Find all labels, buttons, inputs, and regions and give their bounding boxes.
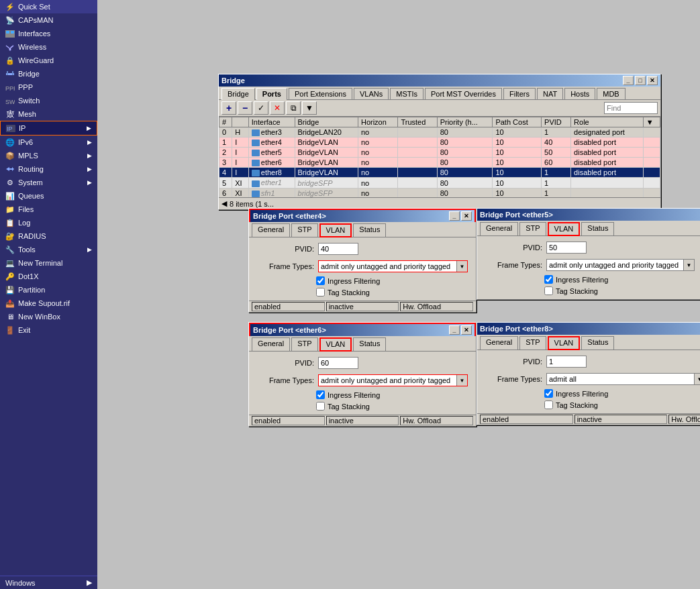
table-row[interactable]: 4 I ether8 BridgeVLAN no 80 10 1 disable…	[219, 168, 660, 178]
bridge-tab-bar: Bridge Ports Port Extensions VLANs MSTIs…	[219, 87, 660, 100]
sidebar-item-log[interactable]: 📋 Log	[0, 216, 97, 229]
ether5-tab-stp[interactable]: STP	[519, 222, 546, 235]
ether4-status-inactive: inactive	[326, 302, 399, 311]
ether5-pvid-input[interactable]	[546, 242, 587, 254]
filter-btn[interactable]: ▼	[302, 101, 317, 115]
ether6-tab-status[interactable]: Status	[353, 337, 386, 351]
ether8-frame-types-arrow[interactable]: ▼	[694, 374, 700, 384]
table-row[interactable]: 0 H ether3 BridgeLAN20 no 80 10 1 design…	[219, 127, 660, 138]
ether4-minimize-btn[interactable]: _	[449, 211, 460, 221]
sidebar-item-switch[interactable]: SW Switch	[0, 94, 97, 107]
sidebar-item-wireguard[interactable]: 🔒 WireGuard	[0, 54, 97, 67]
sidebar-item-mesh[interactable]: 🕸 Mesh	[0, 107, 97, 121]
bridge-maximize-btn[interactable]: □	[635, 76, 646, 85]
ether4-tab-stp[interactable]: STP	[291, 223, 317, 237]
ether8-ingress-checkbox[interactable]	[544, 389, 553, 398]
sidebar-item-capsman[interactable]: 📡 CAPsMAN	[0, 13, 97, 27]
bridge-minimize-btn[interactable]: _	[623, 76, 634, 85]
sidebar-item-ipv6[interactable]: 🌐 IPv6 ▶	[0, 136, 97, 149]
cancel-edit-btn[interactable]: ✕	[270, 101, 285, 115]
ether6-pvid-input[interactable]	[318, 357, 358, 369]
tab-vlans[interactable]: VLANs	[354, 88, 389, 99]
ether8-tab-status[interactable]: Status	[581, 336, 614, 350]
find-input[interactable]	[604, 102, 658, 114]
tab-bridge[interactable]: Bridge	[221, 88, 255, 100]
table-row[interactable]: 2 I ether5 BridgeVLAN no 80 10 50 disabl…	[219, 148, 660, 158]
ether8-tag-stacking-checkbox[interactable]	[544, 400, 553, 409]
ether6-tag-stacking-checkbox[interactable]	[316, 402, 325, 411]
sidebar-item-system[interactable]: ⚙ System ▶	[0, 176, 97, 189]
ether4-frame-types-select[interactable]: admit only untagged and priority tagged …	[318, 260, 468, 272]
ether4-tag-stacking-checkbox[interactable]	[316, 288, 325, 297]
ether4-close-btn[interactable]: ✕	[461, 211, 472, 221]
ether4-ingress-checkbox[interactable]	[316, 276, 325, 285]
tab-port-mst-overrides[interactable]: Port MST Overrides	[425, 88, 502, 99]
sidebar-item-quick-set[interactable]: ⚡ Quick Set	[0, 0, 97, 13]
sidebar-item-wireless[interactable]: Wireless	[0, 40, 97, 54]
sidebar-item-partition[interactable]: 💾 Partition	[0, 283, 97, 297]
ether6-tab-general[interactable]: General	[252, 337, 290, 351]
ether4-tab-vlan[interactable]: VLAN	[319, 223, 352, 237]
ether8-tab-general[interactable]: General	[480, 336, 518, 350]
tab-mstis[interactable]: MSTIs	[390, 88, 423, 99]
ether8-frame-types-select[interactable]: admit all ▼	[546, 373, 700, 385]
ether5-ingress-checkbox[interactable]	[544, 275, 553, 284]
ether4-ingress-row: Ingress Filtering	[252, 275, 473, 286]
tab-nat[interactable]: NAT	[537, 88, 563, 99]
sidebar-item-exit[interactable]: 🚪 Exit	[0, 323, 97, 337]
sidebar-item-new-terminal[interactable]: 💻 New Terminal	[0, 256, 97, 270]
sidebar-item-queues[interactable]: 📊 Queues	[0, 189, 97, 203]
ether5-frame-types-arrow[interactable]: ▼	[683, 260, 694, 270]
table-row[interactable]: 5 XI ether1 bridgeSFP no 80 10 1	[219, 178, 660, 188]
ether4-frame-types-arrow[interactable]: ▼	[456, 261, 467, 272]
ether5-tab-vlan[interactable]: VLAN	[548, 222, 581, 236]
remove-btn[interactable]: −	[238, 101, 252, 115]
ether5-tab-status[interactable]: Status	[581, 222, 614, 235]
sidebar-item-make-supout[interactable]: 📤 Make Supout.rif	[0, 297, 97, 310]
ether5-tab-general[interactable]: General	[480, 222, 518, 235]
sidebar-item-ip[interactable]: IP IP ▶	[0, 121, 97, 136]
sidebar-item-dot1x[interactable]: 🔑 Dot1X	[0, 270, 97, 283]
tab-ports[interactable]: Ports	[256, 88, 287, 100]
sidebar-item-interfaces[interactable]: Interfaces	[0, 27, 97, 40]
ether5-tag-stacking-checkbox[interactable]	[544, 286, 553, 295]
ether8-pvid-input[interactable]	[546, 356, 587, 368]
table-row[interactable]: 3 I ether6 BridgeVLAN no 80 10 60 disabl…	[219, 158, 660, 168]
ether4-pvid-input[interactable]	[318, 243, 358, 255]
ether6-minimize-btn[interactable]: _	[449, 325, 460, 335]
add-btn[interactable]: +	[221, 101, 236, 115]
sidebar-item-bridge[interactable]: Bridge	[0, 67, 97, 81]
sidebar-item-files[interactable]: 📁 Files	[0, 203, 97, 216]
bridge-close-btn[interactable]: ✕	[647, 76, 658, 85]
ether6-frame-types-arrow[interactable]: ▼	[456, 375, 467, 386]
sidebar-item-windows[interactable]: Windows ▶	[0, 576, 97, 589]
ether6-ingress-checkbox[interactable]	[316, 390, 325, 399]
ether5-frame-types-select[interactable]: admit only untagged and priority tagged …	[546, 259, 695, 271]
tab-hosts[interactable]: Hosts	[564, 88, 595, 99]
sidebar-item-tools[interactable]: 🔧 Tools ▶	[0, 243, 97, 256]
ether6-tab-stp[interactable]: STP	[291, 337, 317, 351]
ether6-frame-types-select[interactable]: admit only untagged and priority tagged …	[318, 374, 468, 386]
ether8-tab-stp[interactable]: STP	[519, 336, 546, 350]
bridge-table-scroll[interactable]: # Interface Bridge Horizon Trusted Prior…	[219, 117, 660, 197]
ether4-tab-status[interactable]: Status	[353, 223, 386, 237]
sidebar-item-radius[interactable]: 🔐 RADIUS	[0, 229, 97, 243]
sidebar-item-new-winbox[interactable]: 🖥 New WinBox	[0, 310, 97, 323]
ether6-tab-vlan[interactable]: VLAN	[319, 337, 352, 352]
tab-mdb[interactable]: MDB	[597, 88, 625, 99]
sidebar-item-ppp[interactable]: PPP PPP	[0, 81, 97, 94]
copy-btn[interactable]: ⧉	[286, 101, 301, 115]
tab-filters[interactable]: Filters	[503, 88, 536, 99]
scroll-left-btn[interactable]: ◀	[221, 199, 227, 208]
ether8-tab-vlan[interactable]: VLAN	[548, 336, 581, 350]
col-bridge: Bridge	[295, 117, 358, 127]
edit-btn[interactable]: ✓	[254, 101, 268, 115]
ether4-tab-general[interactable]: General	[252, 223, 290, 237]
table-row[interactable]: 6 XI sfn1 bridgeSFP no 80 10 1	[219, 188, 660, 197]
port-dialog-ether5: Bridge Port <ether5> _ ✕ General STP VLA…	[477, 208, 700, 300]
ether6-close-btn[interactable]: ✕	[461, 325, 472, 335]
table-row[interactable]: 1 I ether4 BridgeVLAN no 80 10 40 disabl…	[219, 138, 660, 148]
sidebar-item-routing[interactable]: Routing ▶	[0, 162, 97, 176]
sidebar-item-mpls[interactable]: 📦 MPLS ▶	[0, 149, 97, 162]
tab-port-extensions[interactable]: Port Extensions	[289, 88, 352, 99]
